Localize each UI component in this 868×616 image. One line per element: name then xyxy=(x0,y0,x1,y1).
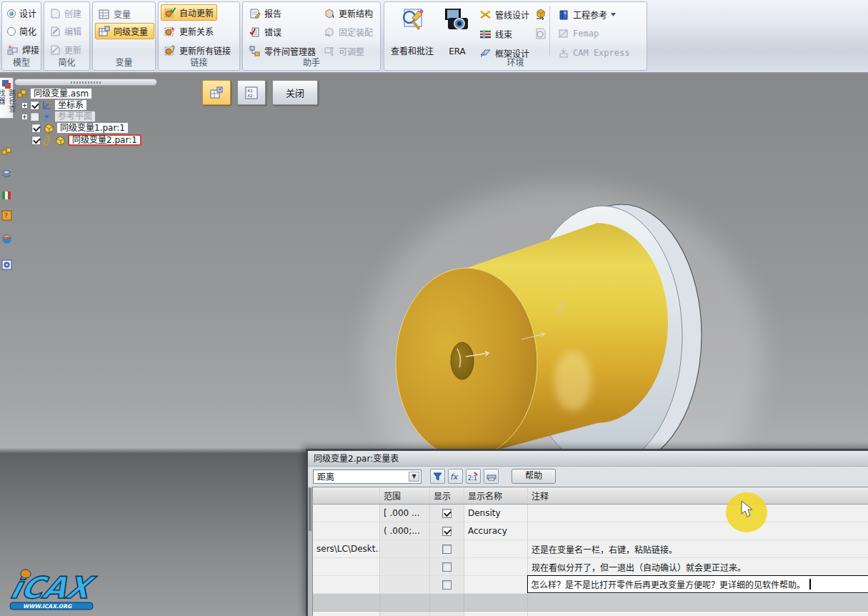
report-button[interactable]: 报告 xyxy=(246,5,285,21)
dialog-title[interactable]: 同级变量2.par:变量表 xyxy=(308,451,868,467)
ribbon-group-model: 设计 简化 ✳ 焊接 模型 xyxy=(1,1,41,71)
group-label-simplify: 简化 xyxy=(44,57,89,69)
formula-button[interactable]: fx xyxy=(448,469,463,484)
auto-update-icon xyxy=(164,7,176,19)
fixed-assembly-icon xyxy=(324,26,335,38)
show-checkbox[interactable] xyxy=(442,580,452,590)
tree-item-part2-selected[interactable]: 同级变量2.par:1 xyxy=(31,134,141,146)
ribbon-group-simplify: 创建 编辑 更新 简化 xyxy=(44,1,90,71)
sensors-icon[interactable] xyxy=(1,190,12,201)
show-checkbox[interactable] xyxy=(442,527,452,536)
harness-button[interactable]: 线束 xyxy=(476,26,516,42)
group-label-assistant: 助手 xyxy=(243,57,380,69)
update-button[interactable]: 更新 xyxy=(46,41,85,58)
print-button[interactable] xyxy=(484,469,499,484)
checkbox[interactable] xyxy=(30,112,39,121)
layers-icon[interactable] xyxy=(1,169,12,179)
capture-fit-button[interactable] xyxy=(531,25,551,42)
checkbox[interactable] xyxy=(31,124,41,133)
variable-table: 范围 显示 显示名称 注释 [ .000 ... Density ( .000;… xyxy=(312,487,868,616)
update-relations-icon: ✳ xyxy=(164,26,176,37)
update-relations-button[interactable]: ✳ 更新关系 xyxy=(161,23,217,39)
view-markup-button[interactable]: 查看和批注 xyxy=(386,5,438,58)
mouse-cursor xyxy=(740,500,756,519)
interpart-manager-icon xyxy=(249,46,261,57)
svg-text:X1:: X1: xyxy=(247,88,254,93)
peer-variables-button[interactable]: 同级变量 xyxy=(95,23,154,39)
tree-item-assembly[interactable]: 同级变量.asm xyxy=(17,88,92,99)
peer-variables-icon xyxy=(210,86,223,99)
engineering-reference-button[interactable]: 工程参考 xyxy=(554,6,619,23)
weldment-button[interactable]: ✳ 焊接 xyxy=(4,41,43,58)
update-all-links-button[interactable]: 更新所有链接 xyxy=(161,42,234,59)
errors-icon xyxy=(249,26,261,38)
comment-edit-cell[interactable]: 怎么样？是不是比打开零件后再更改变量方便呢？更详细的见软件帮助。 xyxy=(527,575,868,593)
simplified-radio[interactable]: 简化 xyxy=(4,23,40,39)
header-name[interactable] xyxy=(313,487,380,504)
pathfinder-grip[interactable] xyxy=(14,79,157,86)
table-row-new xyxy=(313,612,868,616)
peer-variables-toggle-button[interactable] xyxy=(202,80,231,105)
edit-button[interactable]: 编辑 xyxy=(46,23,85,39)
show-checkbox[interactable] xyxy=(442,562,452,572)
parts-library-icon[interactable] xyxy=(1,145,12,156)
create-button[interactable]: 创建 xyxy=(46,5,85,21)
auto-update-button[interactable]: 自动更新 xyxy=(161,4,217,21)
fixed-assembly-button[interactable]: 固定装配 xyxy=(320,24,376,40)
show-checkbox[interactable] xyxy=(442,545,452,554)
edit-icon xyxy=(49,26,61,37)
variable-table-dialog: 同级变量2.par:变量表 距离 ▼ fx 2:1 帮助 范围 显示 xyxy=(306,449,868,616)
adjustable-icon xyxy=(324,46,335,57)
link-paperclip-icon xyxy=(43,135,52,146)
reference-planes-icon xyxy=(41,111,52,121)
show-checkbox[interactable] xyxy=(442,509,452,518)
part-icon xyxy=(43,123,54,134)
checkbox[interactable] xyxy=(31,136,41,145)
group-label-links: 链接 xyxy=(159,57,239,69)
watermark-url: WWW.ICAX.ORG xyxy=(23,603,72,610)
update-structure-button[interactable]: 更新结构 xyxy=(320,5,376,21)
standard-parts-button[interactable] xyxy=(531,5,551,22)
update-structure-icon xyxy=(324,8,335,19)
era-button[interactable]: ERA xyxy=(440,5,474,58)
table-row-editing: 怎么样？是不是比打开零件后再更改变量方便呢？更详细的见软件帮助。 xyxy=(313,576,868,594)
scale-button[interactable]: 2:1 xyxy=(466,469,481,484)
ribbon-group-environment: 查看和批注 ERA 管线设计 xyxy=(384,1,647,71)
header-show[interactable]: 显示 xyxy=(430,487,464,504)
expand-icon[interactable] xyxy=(21,102,28,109)
pathfinder-tab[interactable]: 路径查找器 xyxy=(0,77,14,119)
piping-icon xyxy=(479,9,492,20)
femap-icon xyxy=(558,28,569,39)
variable-table-toggle-button[interactable]: X1:X2: xyxy=(237,80,266,105)
fx-icon: fx xyxy=(450,472,461,481)
variable-table-icon: X1:X2: xyxy=(245,86,258,99)
table-row-empty xyxy=(313,594,868,612)
close-button[interactable]: 关闭 xyxy=(272,80,318,105)
variables-button[interactable]: 变量 xyxy=(95,6,134,22)
filter-button[interactable] xyxy=(430,469,445,484)
tree-item-coordinate-system[interactable]: 坐标系 xyxy=(21,99,87,111)
quick-toolbar: X1:X2: 关闭 xyxy=(202,80,318,105)
femap-button[interactable]: Femap xyxy=(554,26,602,41)
text-caret xyxy=(809,579,811,590)
peer-variables-icon xyxy=(99,26,110,37)
checkbox[interactable] xyxy=(30,101,39,110)
help-button[interactable]: 帮助 xyxy=(512,469,556,484)
filter-dropdown[interactable]: 距离 ▼ xyxy=(313,470,421,484)
expand-icon[interactable] xyxy=(21,114,28,120)
funnel-icon xyxy=(433,472,442,481)
errors-button[interactable]: 错误 xyxy=(246,24,285,40)
alternate-assemblies-icon[interactable] xyxy=(1,259,12,270)
dropdown-arrow-icon[interactable]: ▼ xyxy=(409,472,419,482)
design-radio[interactable]: 设计 xyxy=(4,5,40,21)
header-comment[interactable]: 注释 xyxy=(528,487,868,504)
piping-button[interactable]: 管线设计 xyxy=(476,6,533,23)
tree-item-reference-planes[interactable]: 参考平面 xyxy=(21,111,96,122)
engineering-help-icon[interactable]: ? xyxy=(1,210,12,221)
era-icon xyxy=(442,8,472,34)
rendering-icon[interactable] xyxy=(1,234,12,244)
header-range[interactable]: 范围 xyxy=(380,487,430,504)
header-display-name[interactable]: 显示名称 xyxy=(464,487,528,504)
tree-item-part1[interactable]: 同级变量1.par:1 xyxy=(31,122,129,134)
svg-text:✳: ✳ xyxy=(170,26,176,33)
